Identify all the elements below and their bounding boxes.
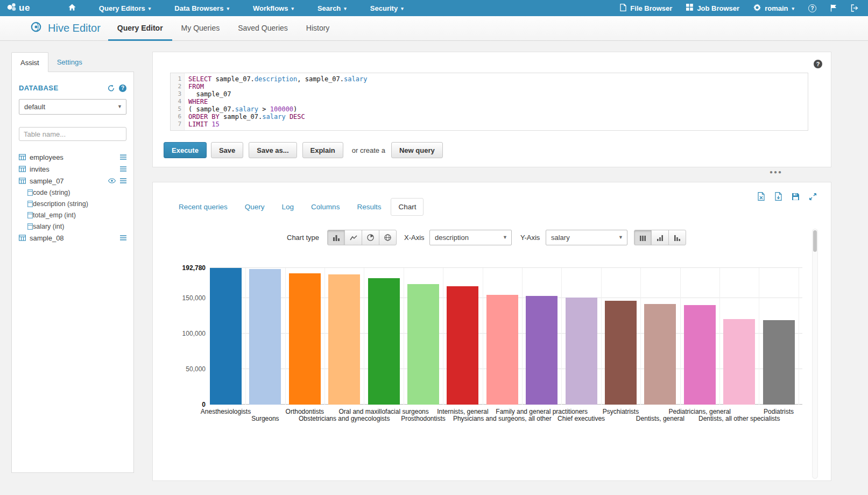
chart-bar[interactable] bbox=[566, 298, 597, 405]
column-icon bbox=[27, 223, 33, 230]
chart-bar[interactable] bbox=[407, 284, 439, 405]
chart-type-pie-button[interactable] bbox=[362, 230, 379, 245]
tab-saved-queries[interactable]: Saved Queries bbox=[229, 16, 297, 41]
explain-button[interactable]: Explain bbox=[302, 142, 343, 158]
sql-token: DESC bbox=[290, 113, 305, 121]
y-axis-select[interactable]: salary ▼ bbox=[546, 230, 627, 245]
menu-search[interactable]: Search▾ bbox=[309, 0, 355, 16]
export-csv-icon[interactable] bbox=[774, 192, 782, 201]
top-nav: ue Query Editors▾Data Browsers▾Workflows… bbox=[0, 0, 868, 16]
table-icon bbox=[19, 166, 26, 172]
x-axis-label: Surgeons bbox=[251, 415, 279, 422]
tab-query-editor[interactable]: Query Editor bbox=[108, 16, 172, 41]
menu-label: Security bbox=[370, 4, 398, 12]
user-menu[interactable]: romain ▾ bbox=[753, 4, 794, 13]
panel-resizer[interactable]: ●●● bbox=[770, 169, 782, 175]
table-columns-list-icon[interactable] bbox=[120, 166, 126, 172]
tab-results[interactable]: Results bbox=[349, 198, 389, 216]
tab-chart[interactable]: Chart bbox=[391, 198, 424, 216]
chart-bar[interactable] bbox=[447, 286, 478, 405]
sql-code-editor[interactable]: 1234567 SELECT sample_07.description, sa… bbox=[170, 73, 808, 131]
file-browser-button[interactable]: File Browser bbox=[620, 4, 672, 13]
tab-columns[interactable]: Columns bbox=[304, 198, 347, 216]
chart-bar[interactable] bbox=[526, 296, 558, 405]
chart-bar[interactable] bbox=[249, 269, 281, 405]
y-axis-tick-label: 0 bbox=[202, 401, 206, 408]
save-as-button[interactable]: Save as... bbox=[249, 142, 297, 158]
hue-logo-icon bbox=[6, 2, 17, 15]
eye-icon[interactable] bbox=[108, 178, 116, 183]
chart-bar[interactable] bbox=[723, 319, 755, 405]
tab-log[interactable]: Log bbox=[274, 198, 302, 216]
chart-bar[interactable] bbox=[486, 295, 518, 405]
y-axis-tick-label: 100,000 bbox=[182, 330, 206, 337]
column-row[interactable]: salary (int) bbox=[19, 221, 126, 232]
table-columns-list-icon[interactable] bbox=[120, 154, 126, 160]
x-axis-select[interactable]: description ▼ bbox=[429, 230, 512, 245]
hue-logo[interactable]: ue bbox=[6, 2, 30, 15]
refresh-icon[interactable] bbox=[107, 84, 115, 92]
sort-none-button[interactable] bbox=[634, 230, 652, 245]
column-row[interactable]: total_emp (int) bbox=[19, 209, 126, 221]
table-row[interactable]: sample_08 bbox=[19, 232, 126, 244]
app-title: Hive Editor bbox=[29, 20, 101, 36]
tab-settings[interactable]: Settings bbox=[48, 52, 91, 72]
sign-out-icon[interactable] bbox=[851, 4, 858, 12]
tab-history[interactable]: History bbox=[297, 16, 339, 41]
menu-workflows[interactable]: Workflows▾ bbox=[245, 0, 302, 16]
y-axis-tick-label: 50,000 bbox=[186, 365, 206, 373]
chart-bar[interactable] bbox=[644, 304, 676, 405]
menu-data-browsers[interactable]: Data Browsers▾ bbox=[166, 0, 237, 16]
column-row[interactable]: code (string) bbox=[19, 187, 126, 198]
table-row[interactable]: invites bbox=[19, 163, 126, 175]
column-row[interactable]: description (string) bbox=[19, 198, 126, 209]
chart-type-bars-button[interactable] bbox=[327, 230, 345, 245]
tab-my-queries[interactable]: My Queries bbox=[172, 16, 229, 41]
table-columns-list-icon[interactable] bbox=[120, 235, 126, 241]
expand-icon[interactable] bbox=[809, 193, 817, 201]
save-button[interactable]: Save bbox=[211, 142, 243, 158]
sort-descending-button[interactable] bbox=[668, 230, 686, 245]
save-results-icon[interactable] bbox=[792, 193, 800, 201]
flag-icon[interactable] bbox=[830, 4, 837, 12]
database-select[interactable]: default ▼ bbox=[19, 99, 126, 115]
table-columns-list-icon[interactable] bbox=[120, 178, 126, 183]
chart-bar[interactable] bbox=[210, 268, 242, 405]
results-scrollbar-thumb[interactable] bbox=[813, 230, 817, 252]
editor-help-icon[interactable]: ? bbox=[814, 60, 822, 68]
export-xls-icon[interactable] bbox=[757, 192, 765, 201]
sort-ascending-button[interactable] bbox=[651, 230, 669, 245]
execute-button[interactable]: Execute bbox=[164, 142, 207, 158]
table-name: sample_07 bbox=[30, 177, 64, 185]
database-help-icon[interactable]: ? bbox=[119, 84, 126, 92]
x-axis-label: Family and general practitioners bbox=[496, 408, 588, 415]
y-axis-select-value: salary bbox=[551, 234, 570, 242]
chart-bar[interactable] bbox=[368, 278, 400, 405]
x-axis-label: Obstetricians and gynecologists bbox=[299, 415, 390, 422]
menu-query-editors[interactable]: Query Editors▾ bbox=[91, 0, 159, 16]
column-icon bbox=[27, 189, 33, 196]
chevron-down-icon: ▾ bbox=[291, 6, 294, 11]
menu-security[interactable]: Security▾ bbox=[362, 0, 412, 16]
chart-bar[interactable] bbox=[328, 274, 360, 405]
chart-bar[interactable] bbox=[763, 320, 795, 405]
chart-type-line-button[interactable] bbox=[344, 230, 362, 245]
chart-type-map-button[interactable] bbox=[379, 230, 397, 245]
home-button[interactable] bbox=[60, 0, 84, 16]
table-row[interactable]: sample_07 bbox=[19, 175, 126, 187]
help-button[interactable]: ? bbox=[808, 4, 816, 12]
tab-recent-queries[interactable]: Recent queries bbox=[171, 198, 235, 216]
tab-query[interactable]: Query bbox=[237, 198, 272, 216]
line-number: 4 bbox=[171, 98, 181, 105]
chart-bar[interactable] bbox=[605, 301, 637, 405]
x-axis-label: Chief executives bbox=[558, 415, 605, 422]
tab-assist[interactable]: Assist bbox=[11, 52, 48, 72]
chart-bar[interactable] bbox=[289, 273, 321, 405]
new-query-button[interactable]: New query bbox=[391, 142, 443, 158]
job-browser-label: Job Browser bbox=[697, 4, 739, 12]
sql-token: LIMIT bbox=[188, 121, 208, 128]
table-filter-input[interactable] bbox=[19, 127, 126, 141]
table-row[interactable]: employees bbox=[19, 151, 126, 163]
chart-bar[interactable] bbox=[684, 305, 716, 405]
job-browser-button[interactable]: Job Browser bbox=[686, 4, 739, 12]
